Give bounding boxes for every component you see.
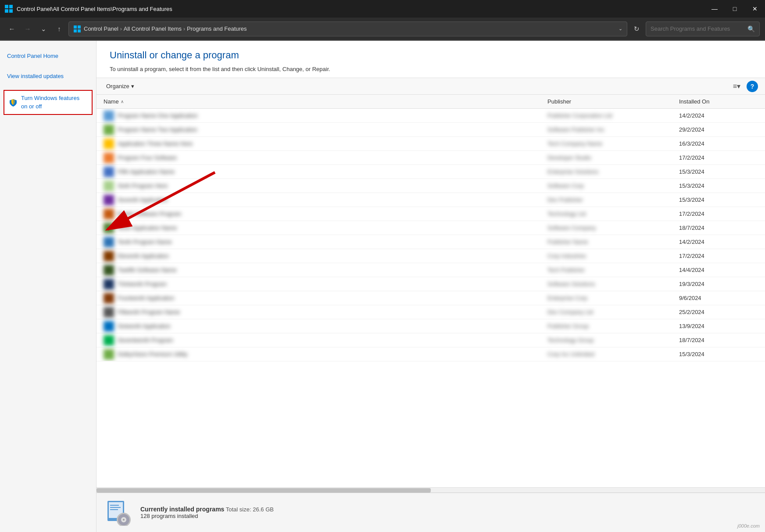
list-item[interactable]: Fifteenth Program Name Dev Company Ltd 2… <box>97 305 765 319</box>
column-header-name[interactable]: Name ∧ <box>104 96 547 107</box>
horizontal-scrollbar[interactable] <box>97 487 765 493</box>
features-link-text: Turn Windows features on or off <box>21 94 87 110</box>
item-publisher-4: Developer Studio <box>547 154 679 161</box>
address-bar-box[interactable]: Control Panel › All Control Panel Items … <box>68 21 627 36</box>
item-date-3: 16/3/2024 <box>679 140 758 147</box>
svg-rect-0 <box>5 5 8 8</box>
list-item[interactable]: Thirteenth Program Software Solutions 19… <box>97 277 765 291</box>
control-panel-icon <box>73 25 81 33</box>
status-total-label: Total size: 26.6 GB <box>226 506 274 513</box>
item-publisher-8: Technology Ltd <box>547 211 679 217</box>
page-description: To uninstall a program, select it from t… <box>110 65 752 73</box>
item-publisher-2: Software Publisher Inc <box>547 126 679 133</box>
maximize-button[interactable]: □ <box>725 0 745 18</box>
item-date-17: 18/7/2024 <box>679 337 758 343</box>
item-publisher-16: Publisher Group <box>547 323 679 329</box>
svg-rect-4 <box>74 25 77 29</box>
item-name-7: Seventh Application <box>104 195 547 205</box>
list-item[interactable]: Fifth Application Name Enterprise Soluti… <box>97 165 765 179</box>
status-count: 128 programs installed <box>140 513 274 519</box>
view-button[interactable]: ≡ ▾ <box>730 81 743 92</box>
address-dropdown-button[interactable]: ⌄ <box>618 26 622 32</box>
item-date-15: 25/2/2024 <box>679 309 758 315</box>
refresh-button[interactable]: ↻ <box>630 22 643 36</box>
list-item[interactable]: Eighth Software Program Technology Ltd 1… <box>97 207 765 221</box>
sidebar-home-link[interactable]: Control Panel Home <box>0 50 96 63</box>
item-name-8: Eighth Software Program <box>104 209 547 219</box>
separator-1: › <box>120 26 122 32</box>
minimize-button[interactable]: — <box>704 0 725 18</box>
breadcrumb-2[interactable]: All Control Panel Items <box>124 25 182 32</box>
item-date-11: 17/2/2024 <box>679 253 758 259</box>
item-date-16: 13/9/2024 <box>679 323 758 329</box>
list-item[interactable]: Fourteenth Application Enterprise Corp 9… <box>97 291 765 305</box>
svg-rect-5 <box>78 25 81 29</box>
item-publisher-11: Corp Industries <box>547 253 679 259</box>
svg-rect-7 <box>78 29 81 32</box>
svg-rect-6 <box>74 29 77 32</box>
item-name-13: Thirteenth Program <box>104 279 547 289</box>
forward-button[interactable]: → <box>21 22 34 36</box>
search-box[interactable]: 🔍 <box>646 21 760 36</box>
list-item[interactable]: Application Three Name Here Tech Company… <box>97 137 765 151</box>
list-items-container: Program Name One Application Publisher C… <box>97 109 765 361</box>
breadcrumb-1[interactable]: Control Panel <box>84 25 118 32</box>
list-item[interactable]: Program Name One Application Publisher C… <box>97 109 765 123</box>
app-icon <box>4 4 13 13</box>
list-item[interactable]: Sixteenth Application Publisher Group 13… <box>97 319 765 333</box>
back-button[interactable]: ← <box>5 22 18 36</box>
item-date-8: 17/2/2024 <box>679 211 758 217</box>
svg-rect-3 <box>9 9 13 13</box>
list-item[interactable]: Tenth Program Name Publisher Name 14/2/2… <box>97 235 765 249</box>
page-title: Uninstall or change a program <box>110 50 752 61</box>
list-item[interactable]: Ninth Application Name Software Company … <box>97 221 765 235</box>
up-button[interactable]: ↑ <box>53 22 66 36</box>
addressbar: ← → ⌄ ↑ Control Panel › All Control Pane… <box>0 18 765 40</box>
list-item[interactable]: Seventeenth Program Technology Group 18/… <box>97 333 765 347</box>
item-date-12: 14/4/2024 <box>679 267 758 273</box>
list-item[interactable]: Sixth Program Here Software Corp 15/3/20… <box>97 179 765 193</box>
list-item[interactable]: Twelfth Software Name Tech Publisher 14/… <box>97 263 765 277</box>
item-name-3: Application Three Name Here <box>104 139 547 149</box>
item-publisher-13: Software Solutions <box>547 281 679 287</box>
status-text: Currently installed programs Total size:… <box>140 506 274 519</box>
breadcrumb-path: Control Panel › All Control Panel Items … <box>84 25 247 32</box>
organize-button[interactable]: Organize ▾ <box>104 82 137 91</box>
organize-label: Organize <box>106 83 129 89</box>
list-item[interactable]: Seventh Application Dev Publisher 15/3/2… <box>97 193 765 207</box>
sidebar-updates-link[interactable]: View installed updates <box>0 70 96 83</box>
titlebar-left: Control Panel\All Control Panel Items\Pr… <box>4 4 172 13</box>
search-icon: 🔍 <box>747 25 755 32</box>
svg-rect-2 <box>5 9 8 13</box>
list-item[interactable]: Eleventh Application Corp Industries 17/… <box>97 249 765 263</box>
status-label: Currently installed programs <box>140 506 224 513</box>
hscroll-thumb[interactable] <box>97 488 431 493</box>
item-date-1: 14/2/2024 <box>679 112 758 119</box>
item-publisher-3: Tech Company Name <box>547 140 679 147</box>
item-date-10: 14/2/2024 <box>679 239 758 245</box>
content-area: Uninstall or change a program To uninsta… <box>97 41 765 532</box>
main-wrapper: Control Panel Home View installed update… <box>0 41 765 532</box>
view-icon: ≡ <box>733 82 737 90</box>
list-item[interactable]: Program Four Software Developer Studio 1… <box>97 151 765 165</box>
recent-locations-button[interactable]: ⌄ <box>37 22 50 36</box>
item-publisher-15: Dev Company Ltd <box>547 309 679 315</box>
item-name-2: Program Name Two Application <box>104 125 547 135</box>
svg-rect-12 <box>110 509 118 510</box>
close-button[interactable]: ✕ <box>745 0 765 18</box>
list-item-partial[interactable]: DolbyVision Premium Utility Corp Inc Unl… <box>97 347 765 361</box>
item-date-4: 17/2/2024 <box>679 154 758 161</box>
column-header-installed-on[interactable]: Installed On <box>679 96 758 107</box>
item-publisher-6: Software Corp <box>547 182 679 189</box>
breadcrumb-3[interactable]: Programs and Features <box>187 25 247 32</box>
list-item[interactable]: Program Name Two Application Software Pu… <box>97 123 765 137</box>
item-publisher-17: Technology Group <box>547 337 679 343</box>
help-button[interactable]: ? <box>747 81 758 92</box>
search-input[interactable] <box>651 25 745 32</box>
sidebar-features-link[interactable]: Turn Windows features on or off <box>4 90 93 114</box>
item-publisher-partial: Corp Inc Unlimited <box>547 351 679 357</box>
item-publisher-7: Dev Publisher <box>547 196 679 203</box>
item-name-9: Ninth Application Name <box>104 223 547 233</box>
column-header-publisher[interactable]: Publisher <box>547 96 679 107</box>
item-date-5: 15/3/2024 <box>679 168 758 175</box>
